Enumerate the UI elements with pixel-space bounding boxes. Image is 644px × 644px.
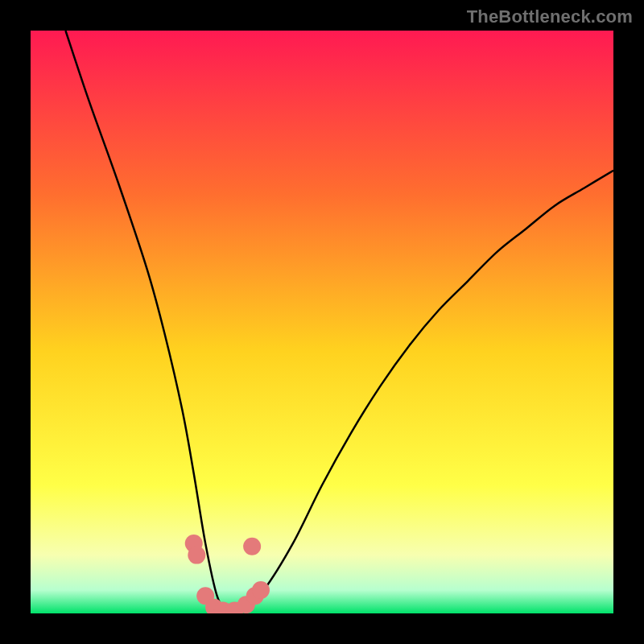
curve-marker [188, 547, 205, 564]
watermark-text: TheBottleneck.com [467, 6, 633, 27]
bottleneck-curve [65, 31, 613, 613]
plot-area [31, 31, 613, 613]
chart-frame: TheBottleneck.com [0, 0, 644, 644]
curve-marker [252, 581, 270, 599]
curve-markers [185, 535, 270, 613]
curve-layer [31, 31, 613, 613]
curve-marker [243, 538, 261, 555]
